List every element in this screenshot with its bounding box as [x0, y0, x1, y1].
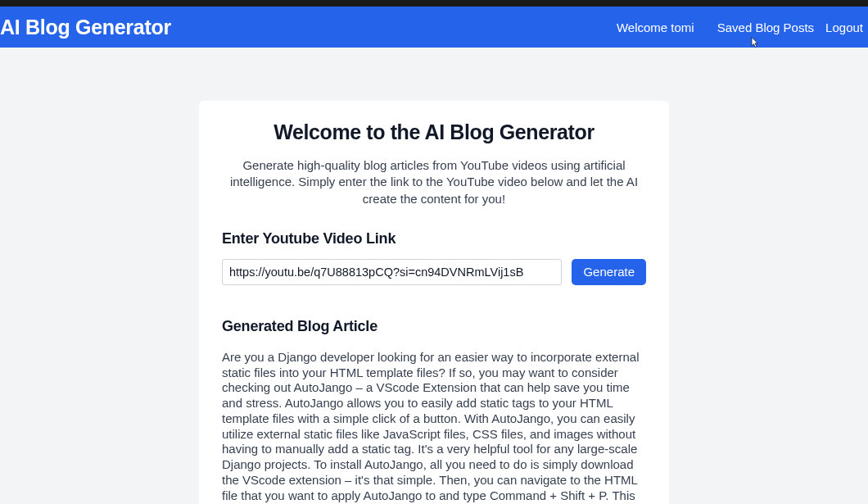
input-row: Generate — [222, 259, 646, 285]
logout-link[interactable]: Logout — [825, 20, 863, 34]
browser-chrome-top — [0, 0, 868, 7]
article-text: Are you a Django developer looking for a… — [222, 350, 646, 504]
navbar: AI Blog Generator Welcome tomi Saved Blo… — [0, 7, 868, 48]
welcome-text: Welcome tomi — [617, 20, 694, 34]
saved-blog-posts-link[interactable]: Saved Blog Posts — [717, 20, 814, 34]
main-card: Welcome to the AI Blog Generator Generat… — [199, 101, 669, 504]
generate-button[interactable]: Generate — [572, 259, 646, 285]
youtube-url-input[interactable] — [222, 259, 562, 285]
input-section-label: Enter Youtube Video Link — [222, 230, 646, 247]
content-area: Welcome to the AI Blog Generator Generat… — [0, 48, 868, 504]
generated-article-label: Generated Blog Article — [222, 318, 646, 335]
navbar-right: Welcome tomi Saved Blog Posts Logout — [617, 20, 863, 34]
page-title: Welcome to the AI Blog Generator — [222, 120, 646, 144]
page-description: Generate high-quality blog articles from… — [228, 157, 640, 207]
brand-title[interactable]: AI Blog Generator — [0, 16, 171, 39]
saved-blog-posts-label: Saved Blog Posts — [717, 20, 814, 34]
